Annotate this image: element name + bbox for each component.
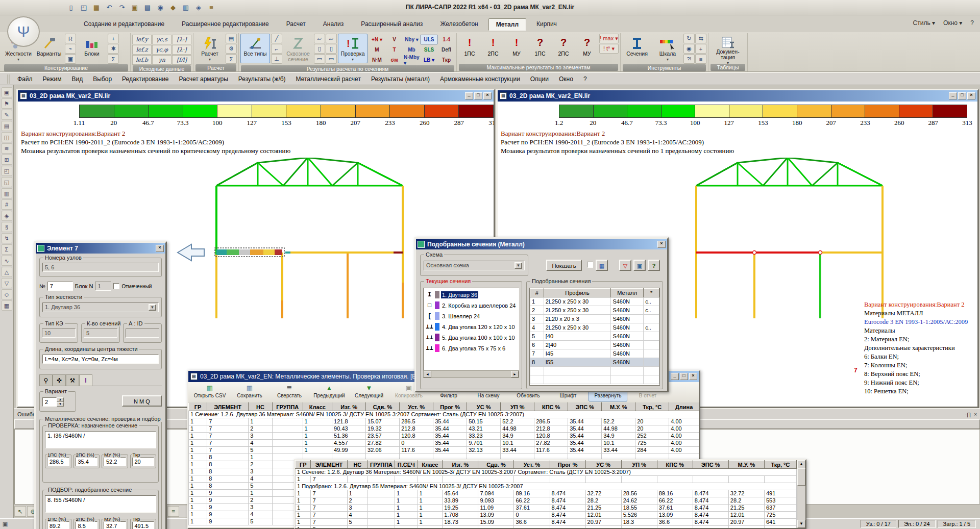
add-variant-icon[interactable]: + bbox=[108, 34, 119, 43]
restore-button[interactable]: □ bbox=[680, 373, 688, 380]
close-button[interactable]: × bbox=[483, 92, 492, 99]
chevron-down-icon[interactable]: ▼ bbox=[514, 262, 522, 269]
column-header-Уст. %[interactable]: Уст. % bbox=[514, 461, 550, 469]
rail-corner-icon[interactable]: ◱ bbox=[2, 177, 12, 187]
menu-окно[interactable]: Окно bbox=[554, 74, 578, 84]
rail-tri-up-icon[interactable]: △ bbox=[2, 267, 12, 277]
calc-sum-icon[interactable]: Σ bbox=[226, 54, 237, 64]
column-header-#[interactable]: # bbox=[530, 289, 544, 297]
stiffness-combo[interactable]: 1. Двутавр 36 ▼ bbox=[42, 303, 159, 312]
view-pointer-icon[interactable]: ↖ bbox=[14, 506, 26, 517]
max-temp-icon[interactable]: ! t° ▾ bbox=[599, 44, 619, 54]
menu-результаты-ж-б-[interactable]: Результаты (ж/б) bbox=[234, 74, 290, 84]
input-param-3[interactable]: [λ-] bbox=[172, 35, 191, 44]
ribbon-tab-1[interactable]: Создание и редактирование bbox=[77, 18, 172, 31]
close-icon[interactable]: × bbox=[974, 412, 977, 417]
column-header-Прог %[interactable]: Прог % bbox=[550, 461, 585, 469]
column-header-М.У. %[interactable]: М.У. % bbox=[728, 461, 764, 469]
view-window-left-titlebar[interactable]: ▤ 03_2D рама МК_var2_EN.lir _ □ × bbox=[18, 90, 494, 102]
input-param-6[interactable]: [λ·] bbox=[172, 45, 191, 55]
menu--[interactable]: ? bbox=[579, 74, 592, 84]
menu-редактирование[interactable]: Редактирование bbox=[117, 74, 173, 84]
ribbon-tab-7[interactable]: Металл bbox=[488, 18, 526, 31]
column-header-КПС %[interactable]: КПС % bbox=[657, 461, 693, 469]
max-result-2ПС-pick[interactable]: ?2ПС bbox=[552, 34, 575, 63]
column-header-КПС %[interactable]: КПС % bbox=[534, 403, 568, 411]
search-scale-icon[interactable]: ◉ bbox=[683, 44, 695, 54]
column-header-Длина[interactable]: Длина bbox=[669, 403, 699, 411]
section-list-item-5[interactable]: ⊥⊥5. Два уголка 100 x 100 x 10 bbox=[425, 332, 518, 343]
ribbon-tab-5[interactable]: Расширенный анализ bbox=[354, 18, 430, 31]
element-number-input[interactable]: 7 bbox=[47, 282, 73, 291]
sect-pair-icon-2[interactable]: ▱ bbox=[326, 34, 337, 43]
max-result-МУ-check[interactable]: !МУ bbox=[505, 34, 528, 63]
input-param-8[interactable]: γn bbox=[152, 55, 172, 65]
marked-checkbox[interactable] bbox=[113, 283, 119, 289]
minimize-button[interactable]: _ bbox=[949, 92, 957, 99]
rail-gem-icon[interactable]: ◈ bbox=[2, 211, 12, 221]
result-type-N·M[interactable]: N·M bbox=[369, 55, 385, 65]
column-header-Изг. %[interactable]: Изг. % bbox=[443, 461, 478, 469]
input-param-2[interactable]: γc,s bbox=[152, 35, 172, 44]
column-header-НС[interactable]: НС bbox=[347, 461, 368, 469]
sect-pair-icon-4[interactable]: ▯ bbox=[326, 44, 337, 54]
column-header-Сдв. %[interactable]: Сдв. % bbox=[366, 403, 400, 411]
column-header-ГРУППА[interactable]: ГРУППА bbox=[272, 403, 303, 411]
scroll-left-icon[interactable]: ◄ bbox=[424, 371, 431, 377]
tab-arrows-icon[interactable]: ✜ bbox=[53, 374, 66, 386]
restore-button[interactable]: □ bbox=[958, 92, 966, 99]
status-grid-icon[interactable]: ▣ bbox=[0, 521, 10, 527]
column-header-ЭПС %[interactable]: ЭПС % bbox=[693, 461, 728, 469]
exchange-icon[interactable]: ✱ bbox=[108, 44, 119, 54]
menu-результаты-металл-[interactable]: Результаты (металл) bbox=[366, 74, 434, 84]
current-sections-list[interactable]: I1. Двутавр 36□2. Коробка из швеллеров 2… bbox=[423, 288, 519, 370]
nmq-button[interactable]: N M Q bbox=[122, 395, 162, 407]
table-row[interactable]: 7I45S460N bbox=[530, 349, 659, 358]
rail-diamond-icon[interactable]: ◇ bbox=[2, 289, 12, 299]
max-result-1ПС-pick[interactable]: ?1ПС bbox=[529, 34, 551, 63]
column-header-Изг. %[interactable]: Изг. % bbox=[332, 403, 366, 411]
section-list-item-3[interactable]: [3. Швеллер 24 bbox=[425, 311, 518, 321]
table-row[interactable]: 8I55S460N bbox=[530, 358, 659, 367]
app-logo-icon[interactable]: Ψ bbox=[7, 16, 40, 47]
ribbon-tab-8[interactable]: Кирпич bbox=[529, 18, 564, 31]
column-header-ГРУППА[interactable]: ГРУППА bbox=[368, 461, 395, 469]
result-type-V[interactable]: V bbox=[386, 35, 403, 44]
max-result-2ПС-check[interactable]: !2ПС bbox=[482, 34, 504, 63]
column-header-Класс[interactable]: Класс bbox=[303, 403, 332, 411]
variants-button[interactable]: Варианты bbox=[34, 34, 64, 63]
column-header-Ткр, °С[interactable]: Ткр, °С bbox=[764, 461, 796, 469]
rail-curve-icon[interactable]: ∿ bbox=[2, 256, 12, 266]
picked-results-table[interactable]: ГРЭЛЕМЕНТНСГРУППАП.СЕЧКлассИзг. %Сдв. %У… bbox=[295, 460, 797, 528]
type-frame-icon[interactable]: ⌐ bbox=[271, 44, 282, 54]
rail-frame-icon[interactable]: ◰ bbox=[2, 166, 12, 176]
result-type-LB[interactable]: LB ▾ bbox=[421, 55, 437, 65]
horizontal-scrollbar[interactable]: ◄ ► bbox=[423, 370, 519, 378]
scroll-up-icon[interactable]: ▲ bbox=[797, 460, 805, 468]
rail-panel-icon[interactable]: ◫ bbox=[2, 132, 12, 142]
rail-section-icon[interactable]: § bbox=[2, 222, 12, 232]
toolbar-Сохранить[interactable]: ▦Сохранить bbox=[230, 383, 269, 401]
rail-tri-down-icon[interactable]: ▽ bbox=[2, 278, 12, 288]
input-param-4[interactable]: lef,z bbox=[132, 45, 152, 55]
sect-pair-icon-3[interactable]: ▯ bbox=[314, 44, 325, 54]
tab-steel-icon[interactable]: I bbox=[79, 374, 92, 386]
all-types-button[interactable]: Все типы bbox=[240, 34, 270, 63]
result-type-σм[interactable]: σм bbox=[386, 55, 403, 65]
table-row[interactable]: 173151.3623.57120.835.4433.2334.9120.835… bbox=[189, 433, 699, 440]
calc-button[interactable]: Расчет▾ bbox=[195, 34, 225, 63]
column-header-Металл[interactable]: Металл bbox=[611, 289, 644, 297]
ribbon-tab-3[interactable]: Расчет bbox=[279, 18, 313, 31]
column-header-П.СЕЧ[interactable]: П.СЕЧ bbox=[395, 461, 418, 469]
documentation-button[interactable]: Докумен-тация▾ bbox=[710, 34, 746, 63]
max-factor-icon[interactable]: ! max ▾ bbox=[599, 34, 619, 43]
result-type-Mb[interactable]: Mb bbox=[403, 45, 420, 55]
result-type-T[interactable]: T bbox=[386, 45, 403, 55]
spin-up-icon[interactable]: ▲ bbox=[57, 397, 64, 402]
column-header-ГР[interactable]: ГР bbox=[189, 403, 207, 411]
table-row[interactable]: 172190.4319.32212.835.4443.2144.98212.83… bbox=[189, 425, 699, 433]
menu-металлический-расчет[interactable]: Металлический расчет bbox=[291, 74, 365, 84]
minimize-button[interactable]: _ bbox=[465, 92, 473, 99]
result-type-ULS[interactable]: ULS bbox=[421, 35, 437, 44]
help-menu[interactable]: ? bbox=[970, 19, 974, 27]
